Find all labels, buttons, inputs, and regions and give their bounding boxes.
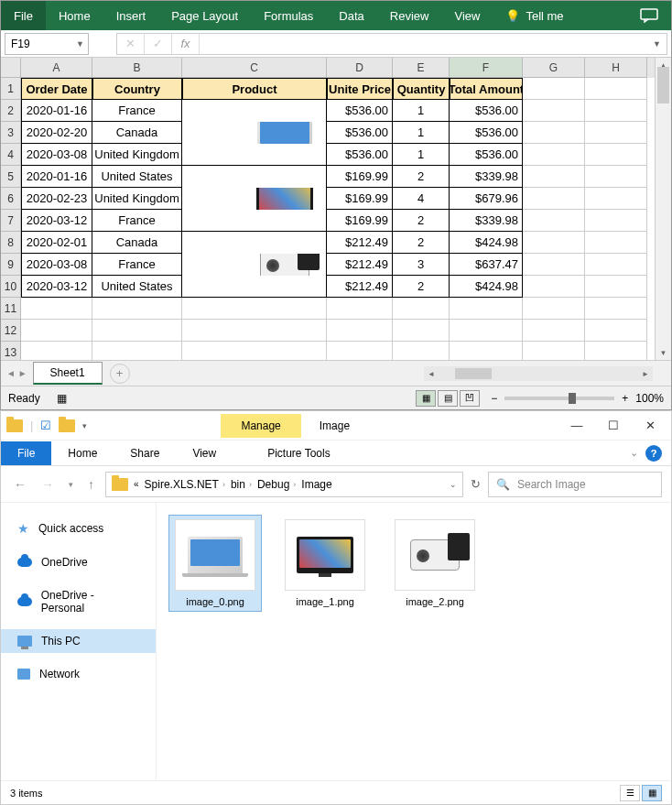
cell-product[interactable] (182, 210, 327, 232)
empty-cell[interactable] (21, 320, 92, 342)
cancel-icon[interactable]: ✕ (117, 33, 145, 54)
cell-country[interactable]: France (92, 254, 182, 276)
col-header[interactable]: E (393, 58, 450, 78)
cell-total[interactable]: $679.96 (450, 188, 523, 210)
tab-home[interactable]: Home (51, 441, 114, 465)
row-header[interactable]: 10 (1, 276, 20, 298)
nav-onedrive-personal[interactable]: OneDrive - Personal (1, 583, 156, 620)
row-header[interactable]: 12 (1, 320, 20, 342)
row-header[interactable]: 13 (1, 342, 20, 360)
empty-cell[interactable] (21, 298, 92, 320)
empty-cell[interactable] (92, 342, 182, 360)
empty-cell[interactable] (327, 298, 393, 320)
view-icons-button[interactable]: ▦ (642, 785, 662, 801)
cell-total[interactable]: $536.00 (450, 122, 523, 144)
cell-price[interactable]: $169.99 (327, 210, 393, 232)
qat-dropdown[interactable]: ▾ (82, 421, 87, 430)
up-button[interactable]: ↑ (84, 477, 98, 492)
back-button[interactable]: ← (10, 477, 30, 492)
row-header[interactable]: 6 (1, 188, 20, 210)
empty-cell[interactable] (182, 320, 327, 342)
tab-pagelayout[interactable]: Page Layout (158, 1, 251, 30)
row-header[interactable]: 1 (1, 78, 20, 100)
cell-product[interactable] (182, 188, 327, 210)
empty-cell[interactable] (393, 342, 450, 360)
sheet-tab[interactable]: Sheet1 (33, 362, 103, 385)
cell-total[interactable]: $339.98 (450, 210, 523, 232)
cell-price[interactable]: $169.99 (327, 188, 393, 210)
cell-product[interactable] (182, 254, 327, 276)
file-item[interactable]: image_2.png (389, 516, 481, 611)
col-header[interactable]: F (450, 58, 523, 78)
chevron-icon[interactable]: « (134, 479, 139, 489)
maximize-button[interactable]: ☐ (605, 418, 622, 434)
cell-price[interactable]: $536.00 (327, 144, 393, 166)
chevron-down-icon[interactable]: ▼ (76, 39, 84, 49)
comments-icon[interactable] (627, 1, 671, 30)
cell-country[interactable]: France (92, 210, 182, 232)
breadcrumb-item[interactable]: Image (301, 478, 331, 491)
breadcrumb-item[interactable]: Spire.XLS.NET › (145, 478, 225, 491)
scroll-down-icon[interactable]: ▼ (656, 345, 671, 360)
cell-qty[interactable]: 2 (393, 166, 450, 188)
col-header[interactable]: A (21, 58, 92, 78)
address-bar[interactable]: « Spire.XLS.NET › bin › Debug › Image ⌄ (105, 472, 463, 497)
cell-qty[interactable]: 2 (393, 232, 450, 254)
cell-qty[interactable]: 4 (393, 188, 450, 210)
cell-product[interactable] (182, 122, 327, 144)
cell-qty[interactable]: 1 (393, 144, 450, 166)
cell-product[interactable]: Samrt TV (182, 166, 327, 188)
cell-country[interactable]: United States (92, 276, 182, 298)
tab-insert[interactable]: Insert (103, 1, 159, 30)
empty-cell[interactable] (585, 298, 647, 320)
empty-cell[interactable] (393, 320, 450, 342)
zoom-level[interactable]: 100% (635, 392, 664, 405)
empty-cell[interactable] (393, 298, 450, 320)
row-header[interactable]: 9 (1, 254, 20, 276)
cell-country[interactable]: United Kingdom (92, 188, 182, 210)
scroll-left-icon[interactable]: ◄ (424, 370, 439, 378)
help-icon[interactable]: ? (645, 445, 662, 462)
breadcrumb-item[interactable]: bin › (231, 478, 252, 491)
view-details-button[interactable]: ☰ (620, 785, 640, 801)
cell-total[interactable]: $536.00 (450, 144, 523, 166)
empty-cell[interactable] (523, 342, 585, 360)
vertical-scrollbar[interactable]: ▲ ▼ (655, 58, 671, 360)
tab-manage[interactable]: Manage (221, 414, 300, 438)
search-input[interactable]: 🔍 Search Image (488, 472, 662, 497)
cell-date[interactable]: 2020-01-16 (21, 100, 92, 122)
tab-picture-tools[interactable]: Picture Tools (251, 441, 346, 465)
cell-date[interactable]: 2020-03-12 (21, 210, 92, 232)
empty-cell[interactable] (523, 210, 585, 232)
cell-price[interactable]: $212.49 (327, 254, 393, 276)
nav-quick-access[interactable]: ★Quick access (1, 516, 156, 541)
cell-total[interactable]: $637.47 (450, 254, 523, 276)
cell-total[interactable]: $424.98 (450, 232, 523, 254)
cell-country[interactable]: Canada (92, 232, 182, 254)
empty-cell[interactable] (585, 78, 647, 100)
folder-icon[interactable] (6, 419, 23, 432)
col-header[interactable]: G (523, 58, 585, 78)
empty-cell[interactable] (21, 342, 92, 360)
empty-cell[interactable] (585, 144, 647, 166)
empty-cell[interactable] (585, 320, 647, 342)
view-normal-button[interactable]: ▦ (416, 390, 436, 407)
empty-cell[interactable] (585, 276, 647, 298)
nav-network[interactable]: Network (1, 662, 156, 686)
zoom-slider[interactable] (504, 397, 614, 400)
scroll-thumb[interactable] (657, 67, 669, 103)
cell-product[interactable]: Laptop (182, 100, 327, 122)
row-header[interactable]: 5 (1, 166, 20, 188)
empty-cell[interactable] (327, 320, 393, 342)
empty-cell[interactable] (585, 342, 647, 360)
cell-price[interactable]: $536.00 (327, 122, 393, 144)
refresh-button[interactable]: ↻ (471, 477, 481, 491)
empty-cell[interactable] (523, 276, 585, 298)
cell-product[interactable]: Projector (182, 232, 327, 254)
cell-price[interactable]: $212.49 (327, 276, 393, 298)
sheet-nav[interactable]: ◄ ► (1, 368, 33, 378)
forward-button[interactable]: → (38, 477, 58, 492)
file-list[interactable]: image_0.png image_1.png image_2.png (157, 503, 671, 780)
enter-icon[interactable]: ✓ (145, 33, 172, 54)
cell-total[interactable]: $424.98 (450, 276, 523, 298)
